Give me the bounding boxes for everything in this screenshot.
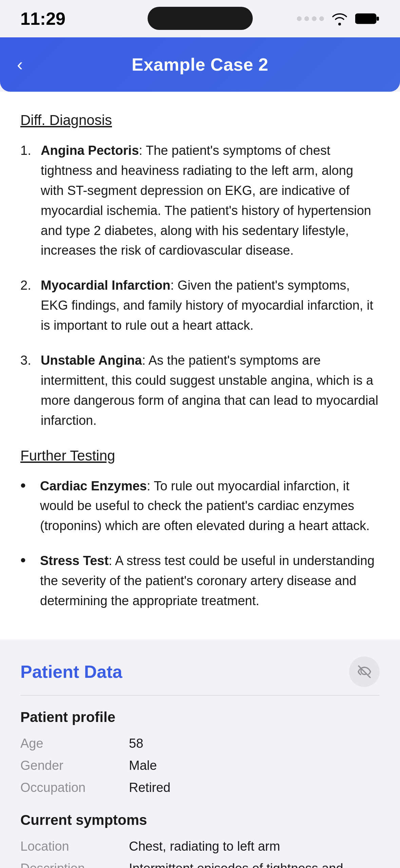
gender-value: Male xyxy=(129,758,380,773)
further-testing-heading: Further Testing xyxy=(20,448,380,464)
description-row: Description Intermittent episodes of tig… xyxy=(20,861,380,868)
nav-title: Example Case 2 xyxy=(132,54,268,75)
svg-rect-0 xyxy=(356,14,376,23)
list-number-2: 2. xyxy=(20,275,34,336)
wifi-icon xyxy=(331,12,348,25)
age-value: 58 xyxy=(129,736,380,751)
list-item: 2. Myocardial Infarction: Given the pati… xyxy=(20,275,380,336)
bullet-dot-1: • xyxy=(20,476,31,495)
current-symptoms-section: Current symptoms Location Chest, radiati… xyxy=(20,812,380,868)
patient-data-header: Patient Data xyxy=(20,656,380,687)
status-icons xyxy=(297,12,380,25)
hide-patient-data-button[interactable] xyxy=(349,656,380,687)
age-row: Age 58 xyxy=(20,736,380,751)
patient-data-title: Patient Data xyxy=(20,662,122,682)
term-unstable: Unstable Angina xyxy=(41,353,142,367)
description-label: Description xyxy=(20,861,115,868)
dynamic-island xyxy=(148,7,253,30)
cardiac-enzymes-content: Cardiac Enzymes: To rule out myocardial … xyxy=(40,476,380,536)
patient-profile-heading: Patient profile xyxy=(20,709,380,725)
current-symptoms-heading: Current symptoms xyxy=(20,812,380,828)
occupation-label: Occupation xyxy=(20,780,115,795)
patient-data-section: Patient Data Patient profile Age 58 Gend… xyxy=(0,639,400,868)
further-testing-section: Further Testing • Cardiac Enzymes: To ru… xyxy=(20,448,380,611)
list-number-3: 3. xyxy=(20,350,34,431)
gender-label: Gender xyxy=(20,758,115,773)
stress-test-content: Stress Test: A stress test could be usef… xyxy=(40,551,380,611)
status-bar: 11:29 xyxy=(0,0,400,37)
divider xyxy=(20,695,380,696)
occupation-value: Retired xyxy=(129,780,380,795)
term-cardiac-enzymes: Cardiac Enzymes xyxy=(40,479,147,493)
desc-angina: : The patient's symptoms of chest tightn… xyxy=(41,143,371,257)
description-value: Intermittent episodes of tightness and h… xyxy=(129,861,380,868)
list-content-2: Myocardial Infarction: Given the patient… xyxy=(41,275,380,336)
age-label: Age xyxy=(20,736,115,751)
diff-diagnosis-list: 1. Angina Pectoris: The patient's sympto… xyxy=(20,141,380,431)
term-angina: Angina Pectoris xyxy=(41,143,139,158)
list-content-1: Angina Pectoris: The patient's symptoms … xyxy=(41,141,380,260)
battery-icon xyxy=(355,13,380,25)
status-time: 11:29 xyxy=(20,8,65,29)
bullet-item: • Stress Test: A stress test could be us… xyxy=(20,551,380,611)
further-testing-list: • Cardiac Enzymes: To rule out myocardia… xyxy=(20,476,380,611)
patient-profile-section: Patient profile Age 58 Gender Male Occup… xyxy=(20,709,380,795)
main-content: Diff. Diagnosis 1. Angina Pectoris: The … xyxy=(0,92,400,639)
term-mi: Myocardial Infarction xyxy=(41,278,170,292)
location-row: Location Chest, radiating to left arm xyxy=(20,839,380,854)
gender-row: Gender Male xyxy=(20,758,380,773)
diff-diagnosis-section: Diff. Diagnosis 1. Angina Pectoris: The … xyxy=(20,112,380,431)
bullet-item: • Cardiac Enzymes: To rule out myocardia… xyxy=(20,476,380,536)
occupation-row: Occupation Retired xyxy=(20,780,380,795)
term-stress-test: Stress Test xyxy=(40,554,109,568)
bullet-dot-2: • xyxy=(20,551,31,569)
svg-rect-1 xyxy=(377,17,379,21)
signal-icon xyxy=(297,16,324,21)
list-item: 1. Angina Pectoris: The patient's sympto… xyxy=(20,141,380,260)
diff-diagnosis-heading: Diff. Diagnosis xyxy=(20,112,380,128)
list-item: 3. Unstable Angina: As the patient's sym… xyxy=(20,350,380,431)
list-number-1: 1. xyxy=(20,141,34,260)
eye-slash-icon xyxy=(356,663,373,680)
location-label: Location xyxy=(20,839,115,854)
nav-bar: ‹ Example Case 2 xyxy=(0,37,400,92)
back-button[interactable]: ‹ xyxy=(17,54,23,75)
list-content-3: Unstable Angina: As the patient's sympto… xyxy=(41,350,380,431)
location-value: Chest, radiating to left arm xyxy=(129,839,380,854)
